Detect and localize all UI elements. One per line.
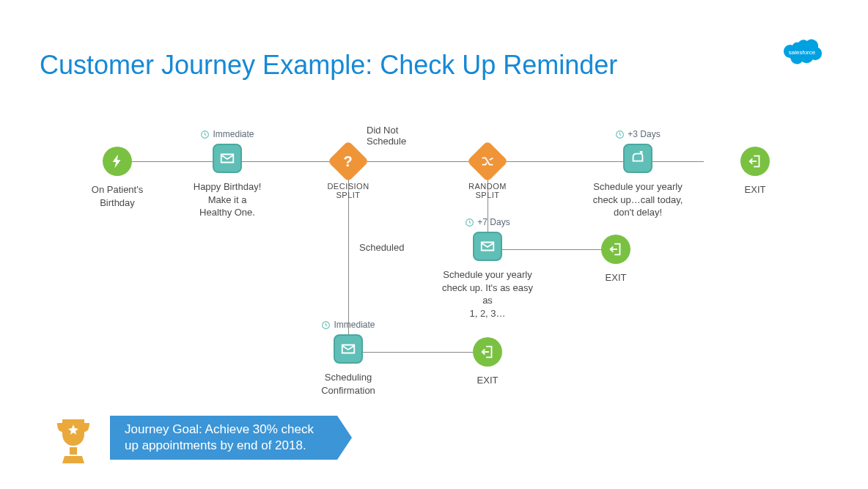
email1-label: Happy Birthday! Make it a Healthy One. — [191, 180, 264, 219]
journey-canvas: On Patient's Birthday Immediate Happy Bi… — [0, 110, 868, 418]
email1-node: Immediate Happy Birthday! Make it a Heal… — [191, 129, 264, 219]
exit2-label: EXIT — [594, 271, 638, 284]
exit1-label: EXIT — [733, 183, 777, 196]
email2-label: Schedule your yearly check up. It's as e… — [440, 268, 535, 320]
exit3-label: EXIT — [466, 374, 510, 387]
exit2-node: EXIT — [594, 235, 638, 284]
exit3-node: EXIT — [466, 337, 510, 387]
question-icon: ? — [328, 141, 369, 183]
decision-branch-bottom: Scheduled — [359, 242, 404, 253]
exit-icon — [473, 337, 502, 367]
random-split-node: RANDOM SPLIT — [462, 147, 513, 199]
random-type-label: RANDOM SPLIT — [462, 182, 513, 199]
decision-branch-top: Did Not Schedule — [367, 125, 425, 147]
email4-timing: Immediate — [308, 320, 389, 330]
goal-banner: Journey Goal: Achieve 30% check up appoi… — [110, 416, 352, 460]
mail3-label: Schedule your yearly check up…call today… — [586, 180, 689, 219]
svg-text:salesforce: salesforce — [789, 49, 816, 56]
exit-icon — [740, 147, 770, 176]
decision-type-label: DECISION SPLIT — [323, 182, 374, 199]
email2-node: +7 Days Schedule your yearly check up. I… — [440, 217, 535, 320]
salesforce-logo: salesforce — [780, 37, 824, 67]
email2-timing: +7 Days — [440, 217, 535, 227]
page-title: Customer Journey Example: Check Up Remin… — [40, 50, 617, 81]
start-node: On Patient's Birthday — [88, 147, 147, 209]
envelope-icon — [473, 232, 502, 261]
exit-icon — [601, 235, 630, 264]
goal-text: Journey Goal: Achieve 30% check up appoi… — [125, 422, 323, 454]
email1-timing: Immediate — [191, 129, 264, 139]
email4-node: Immediate Scheduling Confirmation — [308, 320, 389, 397]
lightning-icon — [103, 147, 132, 176]
mail3-timing: +3 Days — [586, 129, 689, 139]
trophy-icon — [51, 416, 95, 467]
envelope-icon — [334, 334, 363, 364]
email4-label: Scheduling Confirmation — [308, 371, 389, 397]
mail3-node: +3 Days Schedule your yearly check up…ca… — [586, 129, 689, 219]
exit1-node: EXIT — [733, 147, 777, 196]
mailbox-icon — [623, 144, 652, 173]
start-label: On Patient's Birthday — [88, 183, 147, 209]
shuffle-icon — [467, 141, 509, 183]
envelope-icon — [213, 144, 242, 173]
decision-split-node: ? DECISION SPLIT — [323, 147, 374, 199]
